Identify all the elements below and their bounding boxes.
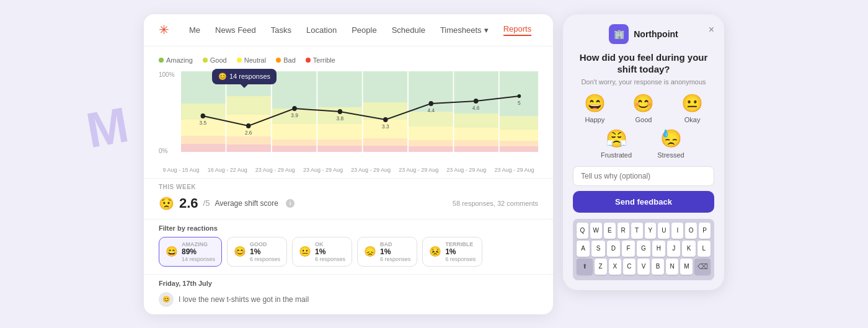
- svg-rect-19: [317, 146, 362, 152]
- emoji-okay[interactable]: 😐 Okay: [670, 93, 714, 123]
- key-j[interactable]: J: [667, 241, 680, 257]
- key-w[interactable]: W: [590, 223, 602, 239]
- backspace-key[interactable]: ⌫: [694, 259, 711, 275]
- filter-ok[interactable]: 😐 OK 1% 6 responses: [292, 237, 352, 267]
- score-value: 2.6: [179, 195, 198, 211]
- filter-bad[interactable]: 😞 BAD 1% 6 responses: [357, 237, 417, 267]
- chevron-down-icon: ▾: [484, 25, 489, 35]
- data-point-2: [246, 123, 250, 128]
- key-x[interactable]: X: [609, 259, 621, 275]
- svg-rect-13: [272, 140, 317, 146]
- key-s[interactable]: S: [591, 241, 604, 257]
- key-e[interactable]: E: [604, 223, 616, 239]
- key-t[interactable]: T: [631, 223, 643, 239]
- svg-rect-9: [226, 144, 271, 152]
- key-i[interactable]: I: [671, 223, 683, 239]
- key-m[interactable]: M: [680, 259, 693, 275]
- svg-rect-31: [454, 113, 498, 128]
- amazing-emoji: 😄: [166, 246, 178, 257]
- key-g[interactable]: G: [637, 241, 650, 257]
- svg-rect-38: [500, 141, 538, 146]
- svg-rect-29: [409, 146, 453, 152]
- chart-legend: Amazing Good Neutral Bad Terrible: [159, 56, 538, 64]
- this-week-label: THIS WEEK: [159, 184, 538, 190]
- key-u[interactable]: U: [658, 223, 670, 239]
- key-b[interactable]: B: [652, 259, 664, 275]
- this-week-section: THIS WEEK 😟 2.6 /5 Average shift score i…: [144, 178, 553, 219]
- data-point-4: [338, 109, 342, 114]
- svg-rect-4: [181, 144, 226, 152]
- emoji-good[interactable]: 😊 Good: [622, 93, 666, 123]
- key-y[interactable]: Y: [645, 223, 657, 239]
- nav-tasks[interactable]: Tasks: [271, 25, 291, 35]
- filter-good[interactable]: 😊 GOOD 1% 6 responses: [227, 237, 287, 267]
- nav-me[interactable]: Me: [189, 25, 200, 35]
- svg-rect-34: [454, 146, 498, 152]
- svg-rect-36: [500, 116, 538, 130]
- info-icon[interactable]: i: [286, 199, 294, 208]
- comment-section: Friday, 17th July 😊 I love the new t-shi…: [144, 274, 553, 314]
- nav-timesheets[interactable]: Timesheets ▾: [440, 25, 489, 35]
- terrible-emoji: 😣: [429, 246, 441, 257]
- key-l[interactable]: L: [698, 241, 711, 257]
- filter-row: 😄 AMAZING 89% 14 responses 😊 GOOD 1% 6 r…: [159, 237, 538, 267]
- key-h[interactable]: H: [652, 241, 665, 257]
- svg-rect-28: [409, 140, 453, 146]
- emoji-row-2: 😤 Frustrated 😓 Stressed: [573, 128, 714, 159]
- legend-good: Good: [203, 56, 227, 64]
- nav-location[interactable]: Location: [306, 25, 337, 35]
- amazing-info: AMAZING 89% 14 responses: [182, 241, 215, 262]
- comment-item: 😊 I love the new t-shirts we got in the …: [159, 292, 538, 307]
- x-axis-labels: 9 Aug - 15 Aug 16 Aug - 22 Aug 23 Aug - …: [159, 167, 538, 173]
- filter-section: Filter by reactions 😄 AMAZING 89% 14 res…: [144, 219, 553, 274]
- key-z[interactable]: Z: [595, 259, 607, 275]
- score-emoji: 😟: [159, 196, 174, 211]
- key-k[interactable]: K: [682, 241, 695, 257]
- svg-text:3.5: 3.5: [199, 119, 206, 125]
- data-point-8: [518, 94, 521, 98]
- svg-rect-35: [500, 71, 538, 116]
- keyboard: Q W E R T Y U I O P A S D F G H J K L: [573, 219, 714, 280]
- key-r[interactable]: R: [618, 223, 629, 239]
- nav-schedule[interactable]: Schedule: [392, 25, 425, 35]
- emoji-grid: 😄 Happy 😊 Good 😐 Okay: [573, 93, 714, 123]
- logo[interactable]: ✳: [159, 22, 169, 37]
- feedback-input[interactable]: [573, 166, 714, 186]
- background-decoration: M: [82, 96, 133, 159]
- shift-key[interactable]: ⬆: [577, 259, 593, 275]
- key-a[interactable]: A: [577, 241, 590, 257]
- neutral-dot: [237, 58, 242, 63]
- emoji-stressed[interactable]: 😓 Stressed: [646, 128, 696, 159]
- key-f[interactable]: F: [622, 241, 635, 257]
- key-c[interactable]: C: [623, 259, 636, 275]
- close-button[interactable]: ×: [709, 24, 714, 35]
- main-container: ✳ Me News Feed Tasks Location People Sch…: [144, 14, 724, 314]
- filter-label: Filter by reactions: [159, 224, 538, 232]
- nav-reports[interactable]: Reports: [503, 24, 532, 36]
- emoji-happy[interactable]: 😄 Happy: [573, 93, 617, 123]
- send-feedback-button[interactable]: Send feedback: [573, 191, 714, 213]
- svg-text:2.6: 2.6: [245, 129, 252, 135]
- nav-newsfeed[interactable]: News Feed: [215, 25, 256, 35]
- y-label-100: 100%: [159, 71, 175, 78]
- comment-date: Friday, 17th July: [159, 280, 538, 287]
- comment-avatar: 😊: [159, 292, 174, 307]
- key-o[interactable]: O: [685, 223, 697, 239]
- key-p[interactable]: P: [699, 223, 711, 239]
- svg-text:4.6: 4.6: [472, 104, 480, 110]
- key-q[interactable]: Q: [577, 223, 588, 239]
- mobile-widget: 🏢 Northpoint × How did you feel during y…: [563, 14, 724, 290]
- chart-tooltip: 😊 14 responses: [212, 69, 277, 84]
- filter-terrible[interactable]: 😣 TERRIBLE 1% 6 responses: [422, 237, 482, 267]
- widget-header: 🏢 Northpoint ×: [573, 24, 714, 44]
- nav-people[interactable]: People: [352, 25, 376, 35]
- key-n[interactable]: N: [666, 259, 678, 275]
- widget-brand-icon: 🏢: [609, 24, 629, 44]
- key-v[interactable]: V: [637, 259, 650, 275]
- key-d[interactable]: D: [607, 241, 620, 257]
- emoji-frustrated[interactable]: 😤 Frustrated: [591, 128, 641, 159]
- svg-rect-8: [226, 136, 271, 144]
- score-row: 😟 2.6 /5 Average shift score i 58 respon…: [159, 195, 538, 211]
- comment-text: I love the new t-shirts we got in the ma…: [179, 295, 309, 304]
- filter-amazing[interactable]: 😄 AMAZING 89% 14 responses: [159, 237, 222, 267]
